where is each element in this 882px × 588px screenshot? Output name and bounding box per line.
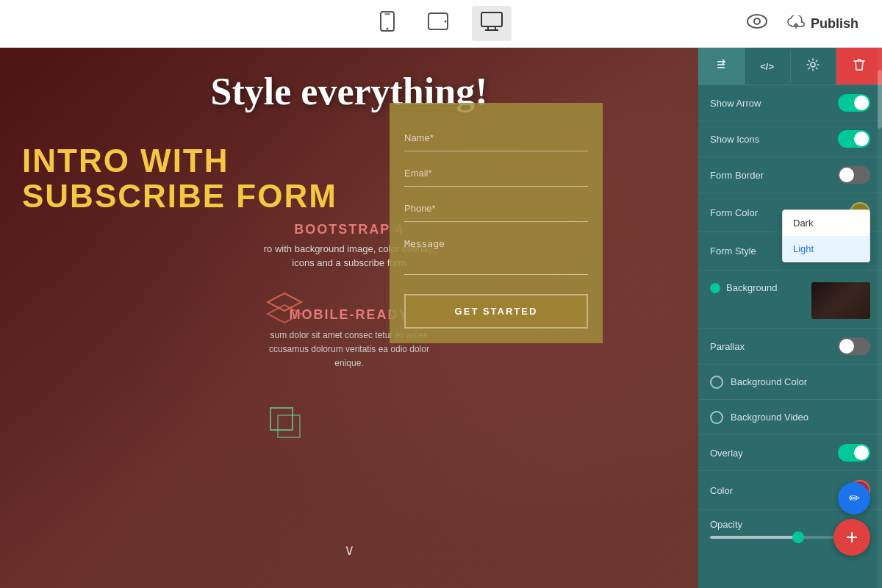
desktop-device-icon[interactable] (472, 6, 512, 41)
code-tool-button[interactable]: </> (745, 51, 791, 82)
bg-color-row: Background Color (698, 365, 882, 400)
settings-tool-button[interactable] (791, 48, 837, 85)
bg-color-radio[interactable] (710, 376, 723, 389)
subscribe-form: GET STARTED (390, 103, 603, 343)
bg-video-radio[interactable] (710, 411, 723, 424)
canvas: Style everything! INTRO WITHSUBSCRIBE FO… (0, 48, 698, 588)
side-panel: </> Show Arrow (698, 48, 882, 588)
overlay-toggle[interactable] (838, 444, 870, 462)
background-label-group: Background (710, 282, 777, 293)
color-label: Color (710, 485, 733, 496)
panel-body: Show Arrow Show Icons Form Border Form C… (698, 85, 882, 548)
top-right-actions: Publish (747, 10, 867, 38)
name-input[interactable] (404, 125, 588, 151)
svg-point-10 (754, 18, 760, 24)
svg-rect-14 (270, 408, 293, 430)
svg-point-4 (445, 21, 447, 23)
box-icon (265, 402, 305, 445)
bg-video-row: Background Video (698, 400, 882, 435)
overlay-row: Overlay (698, 435, 882, 471)
parallax-label: Parallax (710, 341, 745, 352)
opacity-slider-fill (710, 536, 798, 539)
canvas-layer-icons (265, 290, 305, 445)
background-row: Background (698, 270, 882, 329)
dropdown-option-dark[interactable]: Dark (783, 210, 870, 236)
show-icons-toggle[interactable] (838, 130, 870, 148)
device-icons (370, 5, 512, 42)
publish-button[interactable]: Publish (778, 10, 867, 38)
tablet-device-icon[interactable] (419, 6, 457, 41)
form-border-row: Form Border (698, 157, 882, 193)
scroll-indicator[interactable]: ∨ (344, 541, 355, 559)
overlay-label: Overlay (710, 448, 743, 459)
background-indicator (710, 283, 720, 293)
opacity-slider-thumb[interactable] (792, 531, 804, 543)
panel-toolbar: </> (698, 48, 882, 85)
panel-scrollbar (878, 48, 882, 588)
get-started-button[interactable]: GET STARTED (404, 294, 588, 329)
form-color-label: Form Color (710, 207, 758, 218)
svg-marker-12 (268, 293, 301, 311)
fab-add-button[interactable]: + (833, 519, 870, 556)
form-border-toggle[interactable] (838, 166, 870, 184)
mobile-device-icon[interactable] (370, 5, 404, 42)
preview-icon[interactable] (747, 14, 767, 33)
svg-rect-5 (481, 12, 502, 26)
email-input[interactable] (404, 160, 588, 187)
show-arrow-label: Show Arrow (710, 98, 761, 109)
sort-tool-button[interactable] (698, 48, 745, 85)
show-icons-row: Show Icons (698, 121, 882, 157)
show-icons-label: Show Icons (710, 134, 759, 145)
parallax-toggle[interactable] (838, 337, 870, 355)
background-label: Background (726, 282, 777, 293)
layers-icon (265, 290, 305, 329)
publish-label: Publish (811, 16, 858, 32)
fab-edit-button[interactable]: ✏ (838, 482, 870, 514)
parallax-row: Parallax (698, 329, 882, 365)
svg-point-9 (747, 15, 767, 28)
dropdown-option-light[interactable]: Light (783, 236, 870, 262)
form-style-dropdown: Dark Light (782, 209, 870, 262)
svg-point-1 (387, 28, 389, 30)
cloud-upload-icon (787, 15, 805, 32)
form-style-label: Form Style (710, 245, 756, 257)
panel-scrollbar-thumb[interactable] (878, 70, 882, 129)
svg-rect-15 (278, 415, 300, 437)
main-area: Style everything! INTRO WITHSUBSCRIBE FO… (0, 48, 882, 588)
message-input[interactable] (404, 231, 588, 275)
svg-point-19 (811, 62, 815, 67)
delete-tool-button[interactable] (836, 48, 882, 85)
show-arrow-row: Show Arrow (698, 85, 882, 121)
form-border-label: Form Border (710, 170, 764, 181)
phone-input[interactable] (404, 196, 588, 222)
bg-color-label: Background Color (731, 376, 807, 387)
svg-marker-13 (268, 305, 301, 323)
background-preview[interactable] (811, 282, 870, 319)
show-arrow-toggle[interactable] (838, 94, 870, 112)
top-bar: Publish (0, 0, 882, 48)
bg-video-label: Background Video (731, 412, 808, 423)
